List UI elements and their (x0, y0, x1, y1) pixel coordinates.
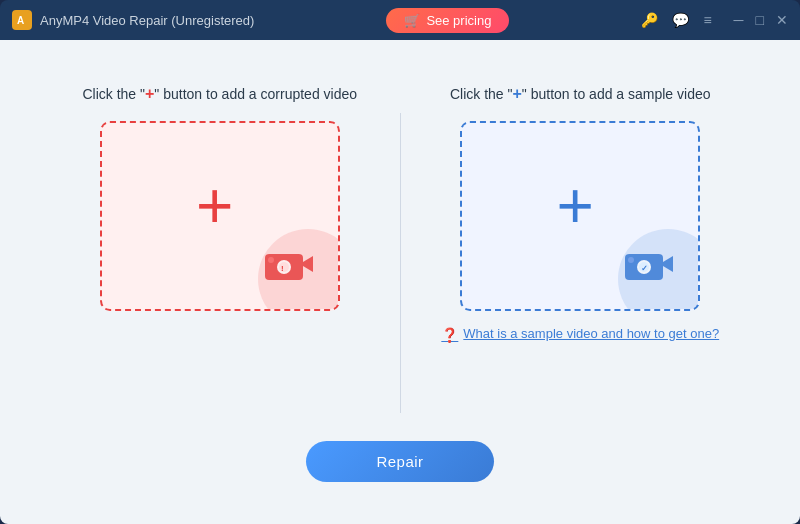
corrupted-video-panel: Click the "+" button to add a corrupted … (40, 83, 400, 311)
cart-icon: 🛒 (404, 13, 420, 28)
titlebar-right: 🔑 💬 ≡ ─ □ ✕ (641, 12, 788, 28)
sample-panel-title: Click the "+" button to add a sample vid… (450, 83, 711, 105)
corrupted-panel-title: Click the "+" button to add a corrupted … (82, 83, 357, 105)
add-sample-icon: + (557, 174, 594, 238)
menu-icon[interactable]: ≡ (703, 12, 711, 28)
see-pricing-button[interactable]: 🛒 See pricing (386, 8, 509, 33)
main-content: Click the "+" button to add a corrupted … (0, 40, 800, 524)
svg-marker-9 (663, 256, 673, 272)
maximize-button[interactable]: □ (756, 13, 764, 27)
help-circle-icon: ❓ (441, 326, 458, 346)
corrupted-video-dropzone[interactable]: + ! (100, 121, 340, 311)
app-logo: A (12, 10, 32, 30)
sample-plus-symbol: + (513, 85, 522, 102)
window-controls: ─ □ ✕ (734, 13, 788, 27)
svg-text:!: ! (281, 264, 284, 273)
titlebar-left: A AnyMP4 Video Repair (Unregistered) (12, 10, 254, 30)
sample-video-dropzone[interactable]: + ✓ (460, 121, 700, 311)
chat-icon[interactable]: 💬 (672, 12, 689, 28)
titlebar: A AnyMP4 Video Repair (Unregistered) 🛒 S… (0, 0, 800, 40)
svg-text:A: A (17, 15, 24, 26)
sample-video-panel: Click the "+" button to add a sample vid… (401, 83, 761, 346)
svg-point-13 (628, 257, 634, 263)
window-title: AnyMP4 Video Repair (Unregistered) (40, 13, 254, 28)
svg-text:✓: ✓ (641, 264, 648, 273)
key-icon[interactable]: 🔑 (641, 12, 658, 28)
corrupted-camera-icon: ! (261, 244, 313, 284)
svg-point-7 (268, 257, 274, 263)
help-link-text: What is a sample video and how to get on… (463, 325, 719, 343)
titlebar-center: 🛒 See pricing (386, 8, 509, 33)
sample-video-help-link[interactable]: ❓ What is a sample video and how to get … (441, 325, 719, 346)
repair-button[interactable]: Repair (306, 441, 493, 482)
sample-camera-icon: ✓ (621, 244, 673, 284)
add-corrupted-icon: + (196, 174, 233, 238)
minimize-button[interactable]: ─ (734, 13, 744, 27)
close-button[interactable]: ✕ (776, 13, 788, 27)
panels-container: Click the "+" button to add a corrupted … (40, 83, 760, 413)
main-window: A AnyMP4 Video Repair (Unregistered) 🛒 S… (0, 0, 800, 524)
corrupted-plus-symbol: + (145, 85, 154, 102)
svg-marker-3 (303, 256, 313, 272)
